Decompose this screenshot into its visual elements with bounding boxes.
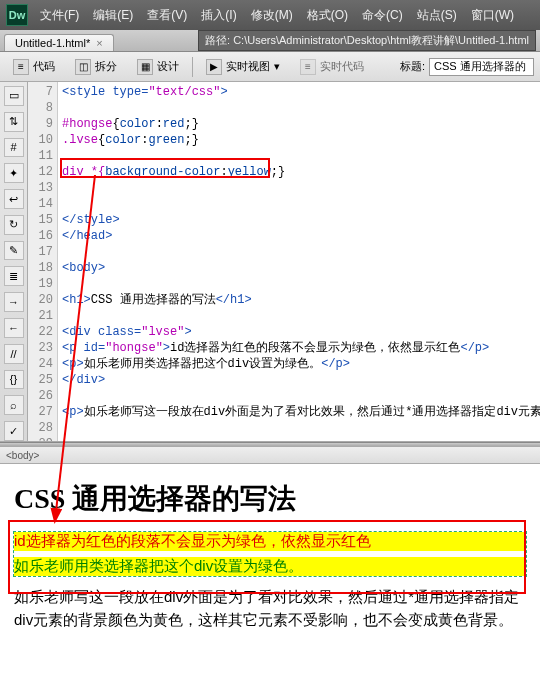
- tag-selector-path[interactable]: <body>: [6, 450, 39, 461]
- vtool-wrap-icon[interactable]: ↩: [4, 189, 24, 209]
- menu-modify[interactable]: 修改(M): [245, 5, 299, 26]
- page-title: CSS 通用选择器的写法: [14, 480, 526, 518]
- document-tab[interactable]: Untitled-1.html* ×: [4, 34, 114, 51]
- annotation-code-highlight: [60, 158, 270, 178]
- title-field: 标题:: [400, 58, 534, 76]
- document-tab-row: Untitled-1.html* × 路径: C:\Users\Administ…: [0, 30, 540, 52]
- view-toolbar: ≡ 代码 ◫ 拆分 ▦ 设计 ▶ 实时视图 ▾ ≡ 实时代码 标题:: [0, 52, 540, 82]
- menu-insert[interactable]: 插入(I): [195, 5, 242, 26]
- view-split-button[interactable]: ◫ 拆分: [68, 56, 124, 78]
- document-tab-label: Untitled-1.html*: [15, 37, 90, 49]
- menu-format[interactable]: 格式(O): [301, 5, 354, 26]
- vtool-apply-icon[interactable]: ✎: [4, 241, 24, 261]
- vtool-snippets-icon[interactable]: {}: [4, 370, 24, 390]
- main-menu: 文件(F) 编辑(E) 查看(V) 插入(I) 修改(M) 格式(O) 命令(C…: [34, 5, 520, 26]
- vtool-recent-icon[interactable]: ⌕: [4, 395, 24, 415]
- live-view-button[interactable]: ▶ 实时视图 ▾: [199, 56, 287, 78]
- line-gutter: 789 101112 131415 161718 192021 222324 2…: [28, 82, 58, 441]
- chevron-down-icon: ▾: [274, 60, 280, 73]
- vtool-line-numbers-icon[interactable]: #: [4, 138, 24, 158]
- menu-commands[interactable]: 命令(C): [356, 5, 409, 26]
- code-editor[interactable]: <style type="text/css"> #hongse{color:re…: [58, 82, 540, 441]
- split-icon: ◫: [75, 59, 91, 75]
- path-label: 路径:: [205, 34, 230, 46]
- title-label: 标题:: [400, 59, 425, 74]
- design-icon: ▦: [137, 59, 153, 75]
- live-view-icon: ▶: [206, 59, 222, 75]
- menu-site[interactable]: 站点(S): [411, 5, 463, 26]
- menu-window[interactable]: 窗口(W): [465, 5, 520, 26]
- vtool-collapse-icon[interactable]: ⇅: [4, 112, 24, 132]
- path-value: C:\Users\Administrator\Desktop\html教程讲解\…: [233, 34, 529, 46]
- vtool-comment-icon[interactable]: //: [4, 344, 24, 364]
- view-code-button[interactable]: ≡ 代码: [6, 56, 62, 78]
- close-icon[interactable]: ×: [96, 37, 102, 49]
- vtool-format-icon[interactable]: ≣: [4, 266, 24, 286]
- vtool-indent-icon[interactable]: →: [4, 292, 24, 312]
- workspace: ▭ ⇅ # ✦ ↩ ↻ ✎ ≣ → ← // {} ⌕ ✓ 789 101112…: [0, 82, 540, 442]
- menu-view[interactable]: 查看(V): [141, 5, 193, 26]
- code-vertical-toolbar: ▭ ⇅ # ✦ ↩ ↻ ✎ ≣ → ← // {} ⌕ ✓: [0, 82, 28, 441]
- toolbar-separator: [192, 57, 193, 77]
- vtool-highlight-icon[interactable]: ✦: [4, 163, 24, 183]
- vtool-validate-icon[interactable]: ✓: [4, 421, 24, 441]
- live-code-button[interactable]: ≡ 实时代码: [293, 56, 371, 78]
- titlebar: Dw 文件(F) 编辑(E) 查看(V) 插入(I) 修改(M) 格式(O) 命…: [0, 0, 540, 30]
- vtool-open-docs-icon[interactable]: ▭: [4, 86, 24, 106]
- vtool-refresh-icon[interactable]: ↻: [4, 215, 24, 235]
- menu-file[interactable]: 文件(F): [34, 5, 85, 26]
- app-logo: Dw: [6, 4, 28, 26]
- live-code-icon: ≡: [300, 59, 316, 75]
- annotation-preview-highlight: [8, 520, 526, 594]
- vtool-outdent-icon[interactable]: ←: [4, 318, 24, 338]
- view-design-button[interactable]: ▦ 设计: [130, 56, 186, 78]
- design-preview[interactable]: CSS 通用选择器的写法 id选择器为红色的段落不会显示为绿色，依然显示红色 如…: [0, 464, 540, 655]
- title-input[interactable]: [429, 58, 534, 76]
- document-path: 路径: C:\Users\Administrator\Desktop\html教…: [198, 30, 536, 51]
- status-bar: <body>: [0, 446, 540, 464]
- menu-edit[interactable]: 编辑(E): [87, 5, 139, 26]
- code-area: 789 101112 131415 161718 192021 222324 2…: [28, 82, 540, 441]
- code-icon: ≡: [13, 59, 29, 75]
